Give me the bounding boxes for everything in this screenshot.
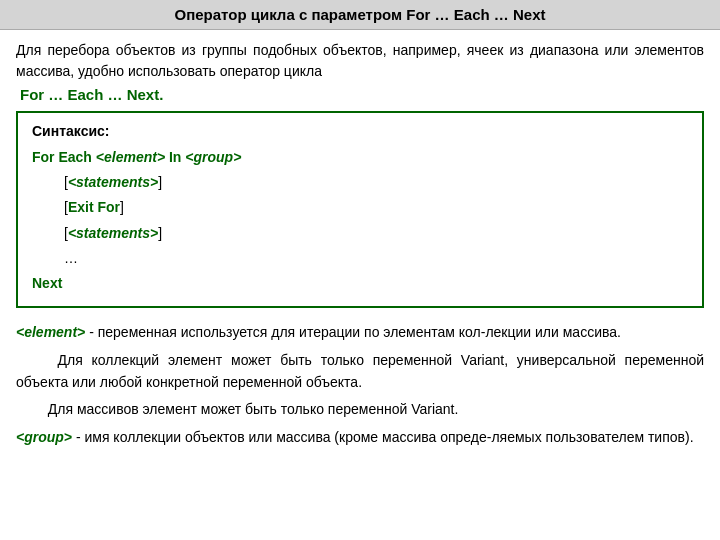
page-header: Оператор цикла с параметром For … Each …… — [0, 0, 720, 30]
header-title: Оператор цикла с параметром For … Each …… — [175, 6, 546, 23]
descriptions: <element> - переменная используется для … — [16, 318, 704, 458]
desc-collections: Для коллекций элемент может быть только … — [16, 350, 704, 393]
kw-for: For — [32, 149, 55, 165]
main-content: Для перебора объектов из группы подобных… — [0, 30, 720, 469]
desc-element: <element> - переменная используется для … — [16, 322, 704, 344]
kw-in: In — [169, 149, 181, 165]
tag-element-desc: <element> — [16, 324, 85, 340]
tag-statements-1: <statements> — [68, 174, 158, 190]
tag-element: <element> — [96, 149, 165, 165]
tag-statements-2: <statements> — [68, 225, 158, 241]
syntax-line-3: [Exit For] — [32, 195, 688, 220]
intro-paragraph: Для перебора объектов из группы подобных… — [16, 40, 704, 82]
for-each-label: For … Each … Next. — [20, 86, 704, 103]
syntax-line-4: [<statements>] — [32, 221, 688, 246]
desc-group: <group> - имя коллекции объектов или мас… — [16, 427, 704, 449]
kw-exit-for: Exit For — [68, 199, 120, 215]
desc-arrays: Для массивов элемент может быть только п… — [16, 399, 704, 421]
kw-next: Next — [32, 275, 62, 291]
syntax-box: Синтаксис: For Each <element> In <group>… — [16, 111, 704, 308]
syntax-title: Синтаксис: — [32, 123, 688, 139]
tag-group-desc: <group> — [16, 429, 72, 445]
syntax-line-2: [<statements>] — [32, 170, 688, 195]
syntax-line-1: For Each <element> In <group> — [32, 145, 688, 170]
syntax-line-6: Next — [32, 271, 688, 296]
tag-group: <group> — [185, 149, 241, 165]
syntax-line-5: … — [32, 246, 688, 271]
kw-each: Each — [58, 149, 91, 165]
